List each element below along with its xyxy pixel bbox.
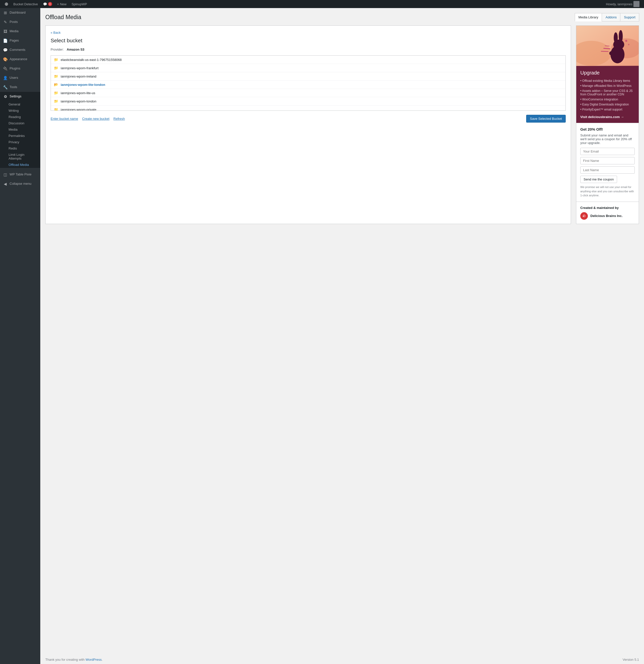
upgrade-panel: Upgrade Offload existing Media Library i… bbox=[576, 25, 639, 224]
media-icon: 🖼 bbox=[3, 29, 7, 34]
svg-point-11 bbox=[625, 40, 627, 42]
maintained-title: Created & maintained by bbox=[580, 206, 635, 210]
wordpress-link[interactable]: WordPress bbox=[86, 658, 102, 662]
sidebar-label-settings: Settings bbox=[9, 94, 21, 99]
sidebar-item-collapse[interactable]: ◀ Collapse menu bbox=[0, 179, 40, 188]
comment-icon: 💬 bbox=[43, 2, 47, 6]
upgrade-visit-link[interactable]: Visit deliciousbrains.com → bbox=[580, 115, 624, 119]
upgrade-title: Upgrade bbox=[580, 70, 635, 76]
svg-point-12 bbox=[628, 44, 629, 45]
sidebar-item-users[interactable]: 👤 Users bbox=[0, 73, 40, 83]
upgrade-features: Offload existing Media Library items Man… bbox=[580, 78, 635, 112]
sidebar-label-plugins: Plugins bbox=[9, 66, 20, 71]
refresh-button[interactable]: Refresh bbox=[113, 117, 125, 121]
sidebar-label-collapse: Collapse menu bbox=[9, 182, 32, 186]
submenu-item-reading[interactable]: Reading bbox=[0, 114, 40, 120]
coupon-email-input[interactable] bbox=[580, 148, 635, 155]
bucket-name: ianmjones-wpom-private bbox=[61, 108, 97, 111]
site-name: Bucket Detective bbox=[13, 2, 38, 6]
collapse-icon: ◀ bbox=[3, 181, 7, 187]
enter-bucket-name-button[interactable]: Enter bucket name bbox=[50, 117, 78, 121]
adminbar-spinupwp[interactable]: SpinupWP bbox=[69, 0, 89, 8]
sidebar-item-tools[interactable]: 🔧 Tools bbox=[0, 83, 40, 92]
adminbar-logo[interactable]: ⊕ bbox=[2, 0, 11, 8]
sidebar-label-appearance: Appearance bbox=[9, 57, 27, 61]
back-link[interactable]: « Back bbox=[50, 31, 61, 35]
sidebar-item-wp-table-pixie[interactable]: ◫ WP Table Pixie bbox=[0, 170, 40, 179]
bucket-folder-icon: 📁 bbox=[54, 58, 58, 62]
submenu-item-privacy[interactable]: Privacy bbox=[0, 139, 40, 145]
bucket-item-private[interactable]: 📁 ianmjones-wpom-private bbox=[51, 105, 565, 111]
bucket-item-lite-london[interactable]: 📂 ianmjones-wpom-lite-london bbox=[51, 81, 565, 89]
submenu-item-writing[interactable]: Writing bbox=[0, 107, 40, 114]
tab-addons[interactable]: Addons bbox=[602, 13, 620, 21]
page-title: Offload Media bbox=[45, 14, 81, 21]
adminbar-howdy[interactable]: Howdy, ianmjones bbox=[603, 0, 642, 8]
dashboard-icon: ⊞ bbox=[3, 10, 7, 15]
sidebar-item-plugins[interactable]: 🔌 Plugins bbox=[0, 64, 40, 73]
bucket-item-frankfurt[interactable]: 📁 ianmjones-wpom-frankfurt bbox=[51, 64, 565, 72]
tab-support[interactable]: Support bbox=[620, 13, 639, 21]
upgrade-banner-image bbox=[576, 26, 639, 66]
delicious-brains-logo bbox=[582, 214, 586, 218]
svg-point-14 bbox=[583, 216, 584, 217]
svg-line-8 bbox=[604, 48, 610, 49]
submenu-item-permalinks[interactable]: Permalinks bbox=[0, 133, 40, 139]
svg-point-5 bbox=[614, 32, 618, 43]
adminbar-site[interactable]: Bucket Detective bbox=[11, 0, 41, 8]
users-icon: 👤 bbox=[3, 75, 7, 81]
bucket-folder-icon: 📁 bbox=[54, 107, 58, 111]
bucket-list[interactable]: 📁 elasticbeanstalk-us-east-1-79675155806… bbox=[50, 55, 566, 111]
submenu-item-redis[interactable]: Redis bbox=[0, 145, 40, 151]
provider-value: Amazon S3 bbox=[67, 47, 84, 51]
bucket-item-london[interactable]: 📁 ianmjones-wpom-london bbox=[51, 97, 565, 105]
submenu-item-general[interactable]: General bbox=[0, 101, 40, 107]
sidebar-item-dashboard[interactable]: ⊞ Dashboard bbox=[0, 8, 40, 17]
brand-info: Delicious Brains Inc. bbox=[580, 212, 635, 220]
coupon-lastname-input[interactable] bbox=[580, 166, 635, 174]
submenu-item-limit-login[interactable]: Limit Login Attempts bbox=[0, 151, 40, 162]
table-pixie-icon: ◫ bbox=[3, 172, 7, 177]
submenu-item-media[interactable]: Media bbox=[0, 126, 40, 133]
sidebar-item-settings[interactable]: ⚙ Settings bbox=[0, 92, 40, 101]
bucket-folder-icon-selected: 📂 bbox=[54, 83, 58, 87]
provider-row: Provider: Amazon S3 bbox=[50, 47, 566, 51]
upgrade-feature-5: Easy Digital Downloads integration bbox=[580, 102, 635, 107]
spinupwp-label: SpinupWP bbox=[71, 2, 87, 6]
sidebar-item-appearance[interactable]: 🎨 Appearance bbox=[0, 55, 40, 64]
new-label: New bbox=[60, 2, 66, 6]
coupon-firstname-input[interactable] bbox=[580, 157, 635, 164]
sidebar-label-media: Media bbox=[9, 29, 18, 34]
brand-logo-icon bbox=[580, 212, 588, 220]
bucket-folder-icon: 📁 bbox=[54, 91, 58, 95]
save-selected-bucket-button[interactable]: Save Selected Bucket bbox=[526, 115, 566, 123]
create-new-bucket-button[interactable]: Create new bucket bbox=[82, 117, 109, 121]
bucket-item-ireland[interactable]: 📁 ianmjones-wpom-ireland bbox=[51, 72, 565, 81]
adminbar-new[interactable]: + New bbox=[55, 0, 69, 8]
bucket-name: ianmjones-wpom-ireland bbox=[61, 75, 97, 78]
sidebar-item-posts[interactable]: ✎ Posts bbox=[0, 17, 40, 27]
pages-icon: 📄 bbox=[3, 38, 7, 43]
appearance-icon: 🎨 bbox=[3, 57, 7, 62]
send-coupon-button[interactable]: Send me the coupon bbox=[580, 176, 617, 183]
bucket-item-lite-us[interactable]: 📁 ianmjones-wpom-lite-us bbox=[51, 89, 565, 97]
adminbar-comments[interactable]: 💬 0 bbox=[41, 0, 55, 8]
side-panel: Upgrade Offload existing Media Library i… bbox=[576, 25, 639, 224]
sidebar-label-tools: Tools bbox=[9, 85, 17, 89]
main-panel: « Back Select bucket Provider: Amazon S3… bbox=[45, 25, 571, 224]
sidebar-item-comments[interactable]: 💬 Comments bbox=[0, 45, 40, 55]
svg-point-6 bbox=[619, 30, 623, 43]
version-text: Version 5.1 bbox=[623, 658, 639, 662]
coupon-title: Get 20% Off! bbox=[580, 127, 635, 131]
comments-count: 0 bbox=[48, 2, 52, 6]
submenu-item-discussion[interactable]: Discussion bbox=[0, 120, 40, 126]
sidebar-item-pages[interactable]: 📄 Pages bbox=[0, 36, 40, 45]
svg-point-7 bbox=[609, 51, 613, 55]
submenu-item-offload-media[interactable]: Offload Media bbox=[0, 162, 40, 168]
sidebar-item-media[interactable]: 🖼 Media bbox=[0, 27, 40, 36]
tab-media-library[interactable]: Media Library bbox=[575, 13, 602, 21]
content-wrap: « Back Select bucket Provider: Amazon S3… bbox=[45, 25, 639, 224]
bucket-item-elasticbeanstalk[interactable]: 📁 elasticbeanstalk-us-east-1-79675155806… bbox=[51, 56, 565, 64]
upgrade-body: Upgrade Offload existing Media Library i… bbox=[576, 66, 639, 123]
bucket-name: ianmjones-wpom-london bbox=[61, 99, 97, 103]
